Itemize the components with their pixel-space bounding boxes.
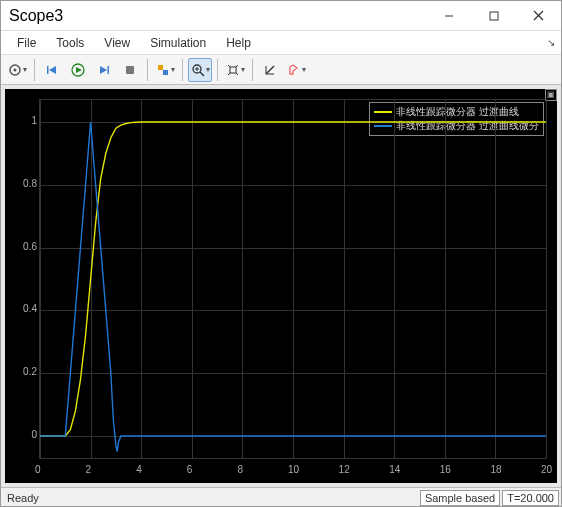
status-sample: Sample based	[420, 490, 500, 506]
svg-rect-7	[47, 66, 49, 74]
x-tick-label: 14	[389, 464, 400, 475]
menu-view[interactable]: View	[94, 34, 140, 52]
svg-line-16	[200, 72, 204, 76]
menu-overflow-icon[interactable]: ↘	[261, 37, 561, 48]
x-tick-label: 8	[237, 464, 243, 475]
svg-rect-19	[230, 67, 236, 73]
plot-container: ▣ 非线性跟踪微分器 过渡曲线 非线性跟踪微分器 过渡曲线微分 02468101…	[1, 85, 561, 487]
menubar: File Tools View Simulation Help ↘	[1, 31, 561, 55]
svg-line-23	[236, 73, 238, 75]
svg-rect-1	[490, 12, 498, 20]
cursor-measure-button[interactable]	[258, 58, 282, 82]
x-tick-label: 12	[339, 464, 350, 475]
y-tick-label: 0	[31, 429, 37, 440]
status-time: T=20.000	[502, 490, 559, 506]
x-tick-label: 2	[86, 464, 92, 475]
minimize-button[interactable]	[426, 1, 471, 30]
x-tick-label: 20	[541, 464, 552, 475]
close-button[interactable]	[516, 1, 561, 30]
svg-marker-27	[290, 65, 297, 74]
menu-help[interactable]: Help	[216, 34, 261, 52]
x-tick-label: 4	[136, 464, 142, 475]
y-tick-label: 0.6	[23, 241, 37, 252]
zoom-in-button[interactable]	[188, 58, 212, 82]
x-tick-label: 10	[288, 464, 299, 475]
statusbar: Ready Sample based T=20.000	[1, 487, 561, 507]
svg-rect-13	[158, 65, 163, 70]
status-ready: Ready	[1, 492, 420, 504]
x-tick-label: 16	[440, 464, 451, 475]
gridline	[546, 100, 547, 458]
svg-marker-10	[100, 66, 107, 74]
window-title: Scope3	[9, 7, 63, 25]
x-tick-label: 6	[187, 464, 193, 475]
svg-marker-6	[49, 66, 56, 74]
x-tick-label: 18	[490, 464, 501, 475]
y-tick-label: 0.4	[23, 303, 37, 314]
marker-button[interactable]	[284, 58, 308, 82]
x-tick-label: 0	[35, 464, 41, 475]
svg-point-5	[13, 68, 16, 71]
autoscale-button[interactable]	[223, 58, 247, 82]
svg-line-20	[228, 65, 230, 67]
svg-marker-9	[76, 67, 82, 73]
series-line-2	[40, 122, 546, 452]
svg-rect-11	[108, 66, 110, 74]
step-back-button[interactable]	[40, 58, 64, 82]
highlight-button[interactable]	[153, 58, 177, 82]
maximize-button[interactable]	[471, 1, 516, 30]
titlebar: Scope3	[1, 1, 561, 31]
svg-line-24	[266, 66, 274, 74]
settings-button[interactable]	[5, 58, 29, 82]
stop-button[interactable]	[118, 58, 142, 82]
svg-rect-14	[163, 70, 168, 75]
menu-tools[interactable]: Tools	[46, 34, 94, 52]
y-tick-label: 1	[31, 115, 37, 126]
series-canvas	[40, 100, 546, 458]
scope-canvas[interactable]: ▣ 非线性跟踪微分器 过渡曲线 非线性跟踪微分器 过渡曲线微分 02468101…	[5, 89, 557, 483]
menu-file[interactable]: File	[7, 34, 46, 52]
step-forward-button[interactable]	[92, 58, 116, 82]
menu-simulation[interactable]: Simulation	[140, 34, 216, 52]
svg-line-22	[228, 73, 230, 75]
y-tick-label: 0.8	[23, 178, 37, 189]
svg-rect-12	[126, 66, 134, 74]
series-line-1	[40, 122, 546, 436]
y-tick-label: 0.2	[23, 366, 37, 377]
toolbar	[1, 55, 561, 85]
svg-line-21	[236, 65, 238, 67]
run-button[interactable]	[66, 58, 90, 82]
